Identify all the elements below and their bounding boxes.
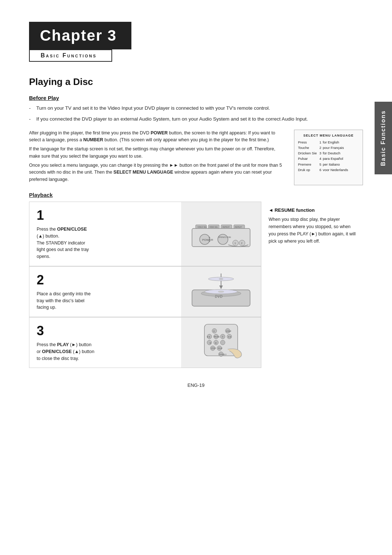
lang-row-3: Drücken Sie3für Deutsch	[298, 150, 359, 156]
svg-text:POWER: POWER	[202, 238, 213, 242]
step-1-svg: VIDEO SEL HDMI SEL REPEAT REPEAT POWER O…	[188, 218, 254, 250]
lang-row-1: Press1for English	[298, 139, 359, 145]
svg-text:►►: ►►	[228, 336, 232, 338]
svg-text:STEP: STEP	[226, 330, 232, 332]
step-1-image: VIDEO SEL HDMI SEL REPEAT REPEAT POWER O…	[181, 202, 261, 266]
chapter-subtitle: Basic Functions	[41, 52, 97, 58]
side-tab: Basic Functions	[375, 102, 392, 174]
step-3-left: 3 Press the PLAY (►) buttonor OPEN/CLOSE…	[29, 317, 181, 368]
svg-text:2: 2	[241, 242, 242, 244]
svg-text:OPEN/CLOSE: OPEN/CLOSE	[218, 236, 231, 238]
svg-text:II: II	[222, 336, 224, 338]
select-menu-language-box: SELECT MENU LANGUAGE Press1for English T…	[294, 130, 363, 186]
svg-point-14	[209, 239, 210, 240]
page-wrapper: Basic Functions Chapter 3 Basic Function…	[0, 0, 392, 555]
step-1-number: 1	[37, 208, 174, 223]
svg-text:◄◄: ◄◄	[207, 336, 210, 338]
resume-title: RESUME function	[269, 207, 356, 213]
svg-text:REPEAT: REPEAT	[222, 226, 230, 228]
step-2-left: 2 Place a disc gently into thetray with …	[29, 267, 181, 317]
resume-column: RESUME function When you stop disc play,…	[261, 202, 363, 368]
svg-text:0: 0	[213, 330, 215, 332]
svg-text:◄: ◄	[209, 342, 211, 344]
chapter-title-box: Chapter 3	[29, 22, 131, 49]
before-play-list: Turn on your TV and set it to the Video …	[29, 105, 363, 123]
lang-row-4: Pulsar4para Español	[298, 156, 359, 161]
resume-area: 1 Press the OPEN/CLOSE(▲) button. The ST…	[29, 202, 363, 368]
svg-point-15	[209, 240, 210, 242]
step-3-desc: Press the PLAY (►) buttonor OPEN/CLOSE (…	[37, 341, 174, 362]
before-play-item-2: If you connected the DVD player to an ex…	[29, 116, 363, 123]
step-3-box: 3 Press the PLAY (►) buttonor OPEN/CLOSE…	[29, 317, 261, 368]
step-2-desc: Place a disc gently into thetray with th…	[37, 291, 174, 311]
svg-text:VIDEO SEL: VIDEO SEL	[197, 226, 207, 228]
info-text: After plugging in the player, the first …	[29, 130, 287, 186]
chapter-subtitle-box: Basic Functions	[29, 49, 112, 62]
step-2-svg: DVD	[190, 272, 252, 312]
step-2-number: 2	[37, 272, 174, 288]
chapter-title: Chapter 3	[40, 27, 117, 44]
step-2-box: 2 Place a disc gently into thetray with …	[29, 266, 261, 317]
svg-text:HDMI SEL: HDMI SEL	[209, 226, 218, 228]
select-menu-title: SELECT MENU LANGUAGE	[298, 133, 359, 138]
info-area: After plugging in the player, the first …	[29, 130, 363, 186]
resume-desc: When you stop disc play, the player reme…	[269, 216, 356, 245]
svg-text:►: ►	[215, 342, 217, 344]
step-3-image: 0 STEP ◄◄ PAUSE II ►► ◄	[181, 317, 261, 368]
page-number: ENG-19	[29, 382, 363, 388]
step-3-number: 3	[37, 323, 174, 339]
svg-text:REPEAT: REPEAT	[235, 226, 242, 228]
svg-text:DVD: DVD	[215, 295, 222, 299]
chapter-header: Chapter 3 Basic Functions	[29, 22, 363, 62]
svg-point-28	[219, 279, 223, 280]
step-3-svg: 0 STEP ◄◄ PAUSE II ►► ◄	[192, 323, 250, 362]
step-1-left: 1 Press the OPEN/CLOSE(▲) button. The ST…	[29, 202, 181, 266]
svg-text:TV/VIDEO: TV/VIDEO	[219, 354, 227, 356]
svg-text:PLAY: PLAY	[218, 348, 223, 350]
info-para-1: After plugging in the player, the first …	[29, 130, 287, 144]
section-title: Playing a Disc	[29, 76, 363, 88]
svg-point-23	[218, 291, 224, 292]
before-play-item-1: Turn on your TV and set it to the Video …	[29, 105, 363, 112]
playback-heading: Playback	[29, 192, 363, 198]
info-para-3: Once you select a menu language, you can…	[29, 162, 287, 183]
svg-text:1: 1	[234, 242, 236, 244]
svg-text:PAUSE: PAUSE	[214, 336, 220, 338]
step-1-desc: Press the OPEN/CLOSE(▲) button. The STAN…	[37, 226, 174, 260]
info-para-2: If the language for the startup screen i…	[29, 146, 287, 160]
svg-text:STOP: STOP	[211, 348, 216, 350]
step-2-image: DVD	[181, 267, 261, 317]
svg-point-46	[220, 340, 225, 345]
svg-point-13	[209, 237, 210, 238]
step-1-box: 1 Press the OPEN/CLOSE(▲) button. The ST…	[29, 202, 261, 266]
lang-row-6: Druk op6voor Nederlands	[298, 167, 359, 173]
lang-row-5: Premere5per Italiano	[298, 162, 359, 167]
svg-marker-26	[219, 285, 223, 289]
before-play-heading: Before Play	[29, 95, 363, 101]
lang-row-2: Touche2pour Français	[298, 145, 359, 150]
steps-column: 1 Press the OPEN/CLOSE(▲) button. The ST…	[29, 202, 261, 368]
